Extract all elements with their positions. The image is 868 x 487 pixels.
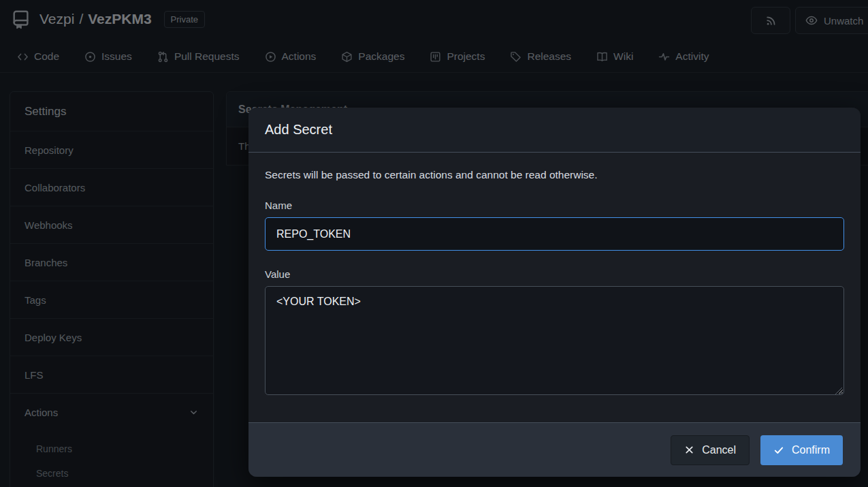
secret-value-textarea[interactable]: <YOUR TOKEN> xyxy=(265,286,844,395)
modal-footer: Cancel Confirm xyxy=(248,422,861,477)
cancel-button[interactable]: Cancel xyxy=(671,435,750,465)
close-icon xyxy=(684,445,694,455)
confirm-button[interactable]: Confirm xyxy=(760,435,843,465)
cancel-label: Cancel xyxy=(702,444,736,456)
modal-title: Add Secret xyxy=(248,108,861,153)
add-secret-modal: Add Secret Secrets will be passed to cer… xyxy=(248,108,861,477)
confirm-label: Confirm xyxy=(792,444,830,456)
modal-body: Secrets will be passed to certain action… xyxy=(248,153,861,422)
modal-description: Secrets will be passed to certain action… xyxy=(265,169,844,181)
value-field-label: Value xyxy=(265,268,844,280)
secret-name-input[interactable] xyxy=(265,217,844,251)
name-field-label: Name xyxy=(265,200,844,211)
check-icon xyxy=(773,445,784,456)
